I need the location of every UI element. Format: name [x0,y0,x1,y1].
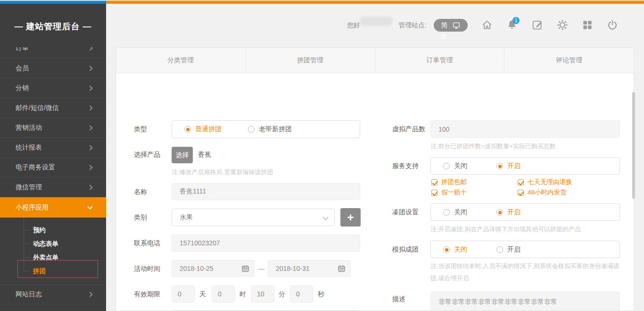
monitor-icon [452,21,461,30]
edit-icon[interactable] [531,19,544,31]
validity-minutes-input[interactable] [251,286,274,303]
tab-bar: 分类管理 拼团管理 订单管理 评论管理 [116,48,634,73]
sidebar-item-site-logs[interactable]: 网站日志 [0,285,106,304]
chevron-right-icon [87,85,92,91]
sidebar-item-distribution[interactable]: 分销 [0,78,106,98]
sidebar-subitem-takeout-orders[interactable]: 外卖点单 [0,251,106,264]
virtual-count-note: 注:前台已拼团件数=虚拟数量+实际已购买总数 [430,142,556,151]
radio-service-off[interactable] [443,163,450,169]
virtual-count-label: 虚拟产品数 [392,125,425,134]
name-label: 名称 [134,188,147,196]
category-select[interactable]: 水果 [172,209,335,226]
calendar-icon [338,265,346,273]
tab-review-management[interactable]: 评论管理 [504,48,634,73]
validity-seconds-input[interactable] [290,286,314,303]
power-icon[interactable] [606,19,619,31]
unit-seconds: 秒 [318,290,324,299]
validity-days-input[interactable] [172,286,195,303]
checkbox-free-shipping[interactable]: 拼团包邮 [431,178,467,186]
sidebar-item-mini-program-apps[interactable]: 小程序应用 [0,197,106,218]
name-input[interactable] [172,183,360,200]
radio-normal-group-label[interactable]: 普通拼团 [195,125,222,134]
choose-product-button[interactable]: 选择 [172,147,193,163]
unit-hours: 时 [239,290,246,299]
chevron-down-icon [87,204,92,209]
sidebar: — 建站管理后台 — 订单 会员 分销 邮件/短信/微信 营销活动 [0,4,106,311]
phone-input[interactable] [172,235,360,252]
sidebar-item-wechat-management[interactable]: 微信管理 [0,177,106,197]
sidebar-item-orders[interactable]: 订单 [0,47,106,58]
radio-simulate-off-label[interactable]: 关闭 [454,245,467,254]
chevron-down-icon [322,214,329,220]
gather-label: 凑团设置 [392,208,419,217]
radio-simulate-off[interactable] [443,246,450,253]
chevron-right-icon [87,66,92,71]
gather-radio-group: 关闭 开启 [430,203,620,221]
chevron-right-icon [87,47,92,51]
group-buy-form: 类型 普通拼团 老带新拼团 选择产品 选择 香蕉 注:修改产品规格后,需重新编辑… [116,73,634,311]
start-date-input[interactable]: 2018-10-25 [172,260,255,277]
checkbox-fake-one-pay-ten[interactable]: 假一赔十 [431,188,467,197]
radio-simulate-on[interactable] [496,246,503,253]
sidebar-item-ecommerce-settings[interactable]: 电子商务设置 [0,157,106,177]
checkbox-7day-return[interactable]: 七天无理由退换 [518,178,572,186]
radio-service-on[interactable] [496,163,503,169]
radio-simulate-on-label[interactable]: 开启 [507,245,520,254]
checkbox-icon[interactable] [518,190,524,196]
tab-group-management[interactable]: 拼团管理 [245,48,375,73]
username-redacted [360,17,393,26]
checkbox-icon[interactable] [431,179,438,185]
site-label: 管理站点: [398,21,427,30]
simulate-label: 模拟成团 [392,245,419,254]
type-radio-group: 普通拼团 老带新拼团 [172,120,360,138]
type-label: 类型 [134,125,147,134]
radio-service-on-label[interactable]: 开启 [507,162,520,170]
chevron-right-icon [87,292,92,297]
checkbox-icon[interactable] [431,190,438,196]
validity-hours-input[interactable] [212,286,235,303]
sidebar-item-reports[interactable]: 统计报表 [0,137,106,157]
radio-veteran-newbie-group-label[interactable]: 老带新拼团 [259,125,292,134]
language-site-pill[interactable]: 简 [434,19,468,32]
sidebar-subitem-group-buying[interactable]: 拼团 [0,264,106,278]
gear-icon[interactable] [556,19,569,31]
top-accent-strip [0,0,644,4]
time-label: 活动时间 [134,265,160,273]
virtual-count-input[interactable] [430,120,620,138]
checkbox-icon[interactable] [518,179,524,185]
sidebar-subitem-reservation[interactable]: 预约 [0,223,106,237]
end-date-input[interactable]: 2018-10-31 [268,260,351,277]
sidebar-item-marketing[interactable]: 营销活动 [0,118,106,137]
radio-gather-on[interactable] [496,209,503,216]
app-window: — 建站管理后台 — 订单 会员 分销 邮件/短信/微信 营销活动 [0,0,644,311]
tab-category-management[interactable]: 分类管理 [116,48,245,73]
notification-badge: 1 [512,17,520,24]
tab-order-management[interactable]: 订单管理 [375,48,504,73]
checkbox-48h-shipping[interactable]: 48小时内发货 [518,188,567,197]
sidebar-submenu: 预约 动态表单 外卖点单 拼团 [0,218,106,285]
chevron-right-icon [87,105,92,110]
desc-textarea[interactable]: 非常非常非常非常非常非常非常非常非常 [430,292,620,311]
home-icon[interactable] [481,19,493,31]
radio-gather-off-label[interactable]: 关闭 [454,208,467,217]
gather-note: 注:开启凑团,则在产品详情下方出现其他可以拼团的产品 [430,225,581,234]
sidebar-item-mail-sms-wechat[interactable]: 邮件/短信/微信 [0,98,106,118]
add-category-button[interactable]: + [340,208,361,227]
grid-apps-icon[interactable] [581,19,594,31]
desc-label: 描述 [392,295,405,303]
service-radio-group: 关闭 开启 [430,157,620,175]
radio-veteran-newbie-group[interactable] [248,126,255,133]
sidebar-item-members[interactable]: 会员 [0,58,106,78]
radio-normal-group[interactable] [184,126,191,133]
chevron-right-icon [87,145,92,150]
content-card: 分类管理 拼团管理 订单管理 评论管理 类型 普通拼团 老带新拼团 选择产品 选… [116,47,634,311]
radio-service-off-label[interactable]: 关闭 [454,162,467,170]
chevron-right-icon [87,165,92,170]
radio-gather-on-label[interactable]: 开启 [507,208,520,217]
chevron-right-icon [87,185,92,190]
calendar-icon [241,265,249,273]
unit-days: 天 [199,290,206,299]
radio-gather-off[interactable] [443,209,450,216]
sidebar-subitem-dynamic-forms[interactable]: 动态表单 [0,237,106,251]
scrollbar-thumb[interactable] [632,92,635,199]
